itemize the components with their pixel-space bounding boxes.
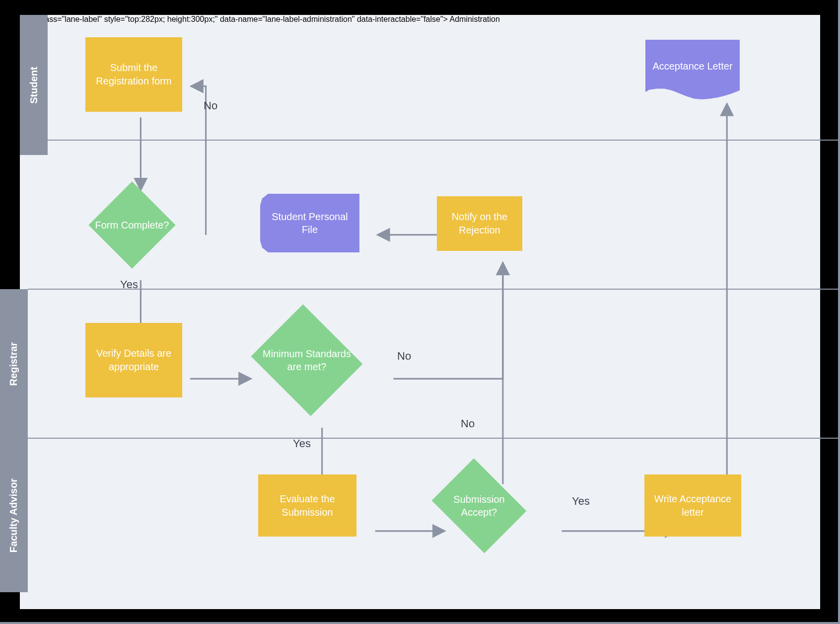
lane-divider (28, 438, 840, 439)
diagram-border (838, 0, 840, 624)
lane-divider (28, 140, 840, 141)
lane-label-text: Faculty Advisor (8, 478, 20, 552)
swimlane-flowchart: Student < div class="lane-label" style="… (0, 0, 840, 624)
diagram-border (0, 622, 840, 624)
node-evaluate-submission: Evaluate the Submission (258, 474, 356, 537)
edge-label-yes: Yes (293, 437, 311, 450)
node-write-acceptance-letter: Write Acceptance letter (644, 474, 741, 537)
edge-label-no: No (461, 417, 475, 430)
lane-label-text: Administration (450, 15, 500, 23)
node-label: Verify Details are appropriate (91, 347, 176, 374)
node-label: Write Acceptance letter (650, 492, 735, 519)
node-submit-registration-form: Submit the Registration form (85, 37, 182, 112)
node-label: Evaluate the Submission (264, 492, 350, 519)
node-label: Form Complete? (88, 181, 176, 269)
node-label: Acceptance Letter (652, 60, 732, 73)
node-label: Student Personal File (266, 210, 353, 236)
node-label: Minimum Standards are met? (239, 298, 374, 422)
lane-label-text: Student (28, 67, 40, 103)
edge-label-no: No (397, 350, 411, 363)
node-minimum-standards-decision: Minimum Standards are met? (239, 298, 374, 422)
node-submission-accept-decision: Submission Accept? (423, 457, 535, 554)
edge-label-yes: Yes (120, 278, 138, 291)
node-label: Submission Accept? (423, 457, 535, 554)
node-label: Notify on the Rejection (443, 210, 516, 237)
lane-label-faculty-advisor: Faculty Advisor (0, 438, 28, 592)
lane-divider (28, 289, 840, 290)
node-label: Submit the Registration form (91, 61, 176, 88)
lane-label-registrar: Registrar (0, 289, 28, 438)
lane-label-student: Student (20, 15, 48, 155)
node-student-personal-file: Student Personal File (260, 194, 359, 252)
lane-label-text: Registrar (8, 342, 20, 386)
edge-label-yes: Yes (572, 495, 590, 508)
node-notify-rejection: Notify on the Rejection (437, 196, 522, 251)
node-form-complete-decision: Form Complete? (88, 181, 176, 269)
edge-label-no: No (204, 99, 217, 112)
node-verify-details: Verify Details are appropriate (85, 323, 182, 397)
